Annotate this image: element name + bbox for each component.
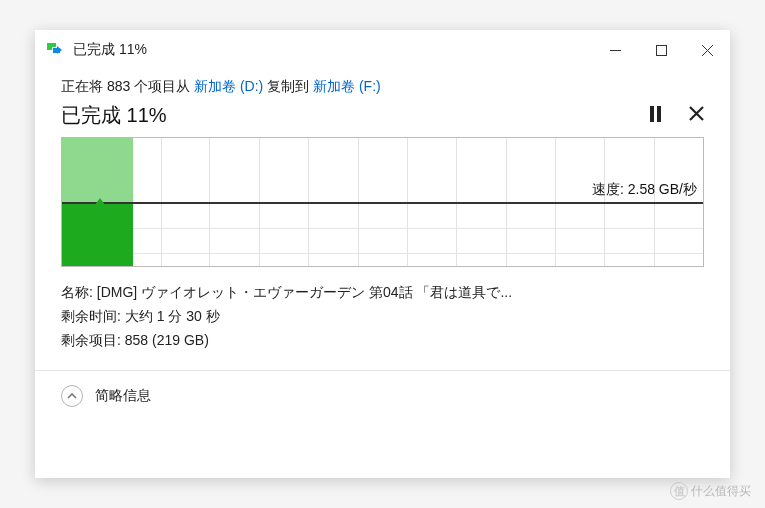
pause-button[interactable] xyxy=(650,106,661,126)
copy-prefix: 正在将 xyxy=(61,78,107,94)
cancel-button[interactable] xyxy=(689,106,704,125)
watermark-logo-icon: 值 xyxy=(670,482,688,500)
time-label: 剩余时间: xyxy=(61,308,125,324)
window-title: 已完成 11% xyxy=(73,41,147,59)
copy-progress-icon xyxy=(47,43,65,57)
maximize-button[interactable] xyxy=(638,33,684,67)
name-label: 名称: xyxy=(61,284,97,300)
file-copy-dialog: 已完成 11% 正在将 883 个项目从 新加卷 (D:) 复制到 新加卷 (F… xyxy=(35,30,730,478)
progress-title: 已完成 11% xyxy=(61,102,167,129)
copy-items-text: 个项目从 xyxy=(130,78,194,94)
name-value: [DMG] ヴァイオレット・エヴァーガーデン 第04話 「君は道具で... xyxy=(97,284,512,300)
copy-action: 复制到 xyxy=(263,78,313,94)
detail-name: 名称: [DMG] ヴァイオレット・エヴァーガーデン 第04話 「君は道具で..… xyxy=(61,281,704,305)
detail-time: 剩余时间: 大约 1 分 30 秒 xyxy=(61,305,704,329)
time-value: 大约 1 分 30 秒 xyxy=(125,308,220,324)
transfer-details: 名称: [DMG] ヴァイオレット・エヴァーガーデン 第04話 「君は道具で..… xyxy=(61,281,704,352)
watermark-text: 什么值得买 xyxy=(691,483,751,500)
speed-chart: 速度: 2.58 GB/秒 xyxy=(61,137,704,267)
svg-rect-0 xyxy=(656,45,666,55)
details-toggle-label: 简略信息 xyxy=(95,387,151,405)
window-controls xyxy=(592,33,730,67)
copy-count: 883 xyxy=(107,78,130,94)
titlebar: 已完成 11% xyxy=(35,30,730,70)
dest-drive-link[interactable]: 新加卷 (F:) xyxy=(313,78,381,94)
chart-midline xyxy=(62,202,703,204)
close-button[interactable] xyxy=(684,33,730,67)
items-label: 剩余项目: xyxy=(61,332,125,348)
collapse-details-button[interactable] xyxy=(61,385,83,407)
source-drive-link[interactable]: 新加卷 (D:) xyxy=(194,78,263,94)
detail-items: 剩余项目: 858 (219 GB) xyxy=(61,329,704,353)
chevron-up-icon xyxy=(67,391,77,401)
copy-description: 正在将 883 个项目从 新加卷 (D:) 复制到 新加卷 (F:) xyxy=(61,78,704,96)
footer: 简略信息 xyxy=(35,370,730,421)
close-icon xyxy=(689,106,704,121)
chart-speed-dip xyxy=(94,198,106,206)
pause-icon xyxy=(650,106,661,122)
minimize-button[interactable] xyxy=(592,33,638,67)
chart-fill-upper xyxy=(62,138,133,202)
watermark: 值 什么值得买 xyxy=(670,482,751,500)
speed-label: 速度: 2.58 GB/秒 xyxy=(592,181,697,199)
chart-fill-lower xyxy=(62,202,133,266)
items-value: 858 (219 GB) xyxy=(125,332,209,348)
